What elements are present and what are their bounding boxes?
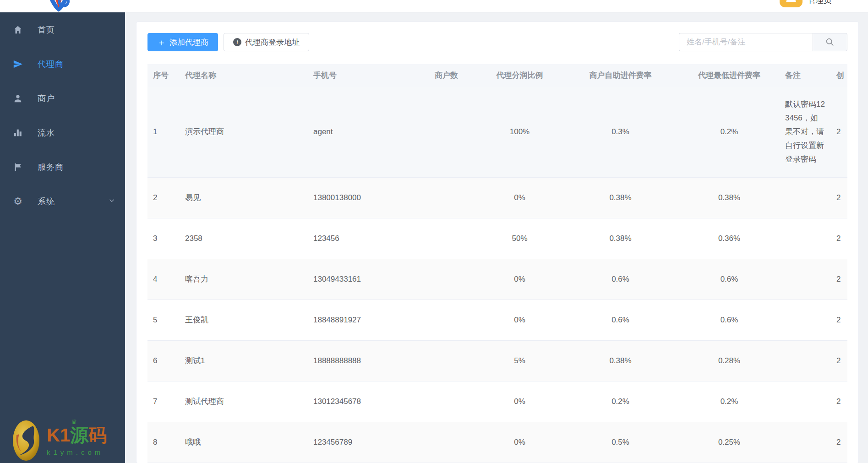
- app-logo: [42, 0, 75, 12]
- cell-agent-name: 2358: [180, 218, 308, 259]
- logo-icon: [42, 0, 75, 12]
- sidebar-item-label: 首页: [38, 24, 55, 35]
- cell-self-entry-rate: 0.38%: [562, 218, 679, 259]
- sidebar-item-agents[interactable]: 代理商: [0, 47, 125, 81]
- col-clipped: 创: [831, 64, 847, 87]
- cell-profit-ratio: 0%: [477, 422, 562, 463]
- cell-clipped: 2: [831, 178, 847, 218]
- cell-index: 7: [147, 381, 180, 422]
- cell-remark: [780, 381, 831, 422]
- user-avatar[interactable]: [780, 0, 802, 7]
- cell-index: 5: [147, 300, 180, 341]
- table-row: 2 易见 13800138000 0% 0.38% 0.38% 2: [147, 178, 847, 218]
- cell-merchant-count: [415, 422, 477, 463]
- cell-agent-name: 王俊凯: [180, 300, 308, 341]
- bar-chart-icon: [13, 128, 23, 138]
- col-phone: 手机号: [308, 64, 415, 87]
- sidebar-item-providers[interactable]: 服务商: [0, 150, 125, 184]
- agent-login-url-button[interactable]: i 代理商登录地址: [224, 33, 309, 51]
- send-icon: [13, 59, 23, 69]
- cell-min-entry-rate: 0.28%: [679, 341, 780, 381]
- sidebar-item-label: 系统: [38, 196, 55, 207]
- table-header-row: 序号 代理名称 手机号 商户数 代理分润比例 商户自助进件费率 代理最低进件费率…: [147, 64, 847, 87]
- cell-min-entry-rate: 0.36%: [679, 218, 780, 259]
- table-row: 7 测试代理商 13012345678 0% 0.2% 0.2% 2: [147, 381, 847, 422]
- sidebar-item-label: 流水: [38, 127, 55, 138]
- cell-self-entry-rate: 0.6%: [562, 300, 679, 341]
- table-row: 6 测试1 18888888888 5% 0.38% 0.28% 2: [147, 341, 847, 381]
- crown-icon: ♛: [71, 419, 77, 425]
- cell-profit-ratio: 100%: [477, 87, 562, 178]
- cell-index: 2: [147, 178, 180, 218]
- col-remark: 备注: [780, 64, 831, 87]
- sidebar-item-home[interactable]: 首页: [0, 12, 125, 47]
- cell-min-entry-rate: 0.25%: [679, 422, 780, 463]
- cell-remark: [780, 300, 831, 341]
- cell-agent-name: 测试代理商: [180, 381, 308, 422]
- cell-min-entry-rate: 0.6%: [679, 259, 780, 300]
- table-row: 4 喀吾力 13049433161 0% 0.6% 0.6% 2: [147, 259, 847, 300]
- cell-index: 6: [147, 341, 180, 381]
- watermark-egg-icon: [12, 419, 40, 462]
- user-name-label: 管理员: [808, 0, 831, 5]
- search-input[interactable]: [679, 33, 813, 51]
- col-self-entry-rate: 商户自助进件费率: [562, 64, 679, 87]
- home-icon: [13, 25, 23, 35]
- cell-self-entry-rate: 0.3%: [562, 87, 679, 178]
- toolbar: ＋ 添加代理商 i 代理商登录地址: [147, 33, 847, 51]
- cell-min-entry-rate: 0.2%: [679, 381, 780, 422]
- cell-self-entry-rate: 0.38%: [562, 178, 679, 218]
- cell-index: 8: [147, 422, 180, 463]
- plus-icon: ＋: [157, 38, 166, 47]
- col-index: 序号: [147, 64, 180, 87]
- cell-agent-name: 易见: [180, 178, 308, 218]
- add-agent-button[interactable]: ＋ 添加代理商: [147, 33, 218, 51]
- search-button[interactable]: [813, 33, 847, 51]
- cell-merchant-count: [415, 259, 477, 300]
- cell-agent-name: 测试1: [180, 341, 308, 381]
- cell-agent-name: 喀吾力: [180, 259, 308, 300]
- sidebar: 首页 代理商 商户 流水 服务商 ⚙ 系统: [0, 12, 125, 463]
- col-merchant-count: 商户数: [415, 64, 477, 87]
- watermark-k1: K1: [47, 425, 70, 445]
- col-min-entry-rate: 代理最低进件费率: [679, 64, 780, 87]
- watermark-yuan: ♛源: [70, 425, 88, 445]
- cell-self-entry-rate: 0.2%: [562, 381, 679, 422]
- sidebar-item-label: 商户: [38, 93, 55, 104]
- top-header: 管理员: [0, 0, 868, 12]
- cell-remark: [780, 422, 831, 463]
- user-icon: [13, 93, 23, 103]
- watermark-ma: 码: [88, 425, 107, 445]
- cell-remark: [780, 178, 831, 218]
- sidebar-item-merchants[interactable]: 商户: [0, 81, 125, 115]
- cell-clipped: 2: [831, 422, 847, 463]
- search-icon: [825, 37, 835, 47]
- cell-phone: agent: [308, 87, 415, 178]
- cell-clipped: 2: [831, 300, 847, 341]
- agents-table: 序号 代理名称 手机号 商户数 代理分润比例 商户自助进件费率 代理最低进件费率…: [147, 64, 847, 463]
- cell-phone: 13012345678: [308, 381, 415, 422]
- cell-merchant-count: [415, 341, 477, 381]
- cell-self-entry-rate: 0.6%: [562, 259, 679, 300]
- cell-agent-name: 演示代理商: [180, 87, 308, 178]
- cell-phone: 13800138000: [308, 178, 415, 218]
- person-icon: [784, 0, 798, 4]
- cell-merchant-count: [415, 87, 477, 178]
- sidebar-item-transactions[interactable]: 流水: [0, 115, 125, 150]
- cell-self-entry-rate: 0.5%: [562, 422, 679, 463]
- table-row: 3 2358 123456 50% 0.38% 0.36% 2: [147, 218, 847, 259]
- cell-min-entry-rate: 0.6%: [679, 300, 780, 341]
- sidebar-item-label: 服务商: [38, 162, 64, 173]
- cell-phone: 123456: [308, 218, 415, 259]
- info-icon: i: [233, 38, 241, 46]
- table-row: 5 王俊凯 18848891927 0% 0.6% 0.6% 2: [147, 300, 847, 341]
- sidebar-item-system[interactable]: ⚙ 系统: [0, 184, 125, 218]
- cell-remark: 默认密码123456，如果不对，请自行设置新登录密码: [780, 87, 831, 178]
- cell-profit-ratio: 0%: [477, 381, 562, 422]
- cell-profit-ratio: 0%: [477, 178, 562, 218]
- cell-remark: [780, 341, 831, 381]
- agents-card: ＋ 添加代理商 i 代理商登录地址: [136, 22, 859, 463]
- watermark: K1♛源码 k1ym.com: [12, 419, 107, 462]
- cell-phone: 13049433161: [308, 259, 415, 300]
- cell-profit-ratio: 0%: [477, 259, 562, 300]
